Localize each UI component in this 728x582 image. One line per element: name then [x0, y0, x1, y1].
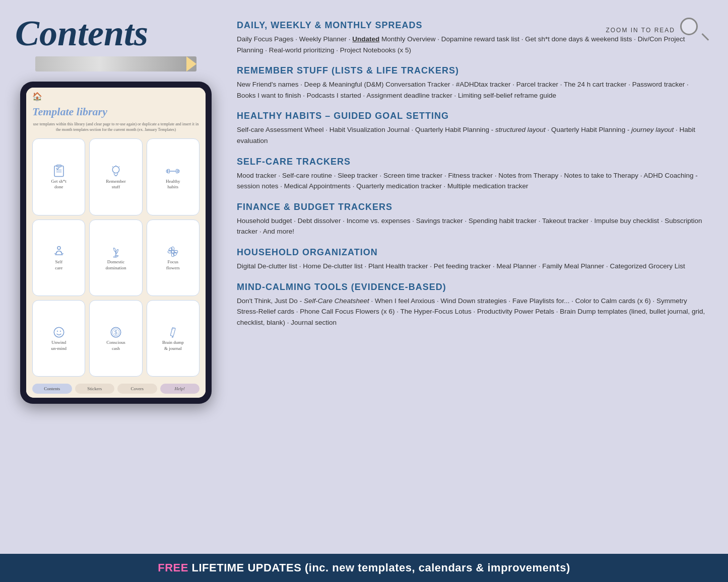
- cell-label-focus-flowers: Focusflowers: [166, 259, 180, 271]
- section-self-care: SELF-CARE TRACKERS Mood tracker · Self-c…: [237, 157, 705, 192]
- barbell-icon: [165, 164, 180, 179]
- svg-line-8: [112, 166, 113, 167]
- tablet-grid: Get sh*tdone Rememberstuff: [26, 135, 206, 380]
- pencil-icon: [165, 325, 180, 340]
- svg-point-24: [57, 331, 58, 332]
- coin-icon: $: [108, 325, 123, 340]
- grid-cell-brain-dump[interactable]: Brain dump& journal: [147, 300, 200, 377]
- face-smile-icon: [51, 325, 67, 340]
- grid-cell-unwind[interactable]: Unwindun-mind: [32, 300, 85, 377]
- section-finance: FINANCE & BUDGET TRACKERS Household budg…: [237, 202, 705, 237]
- grid-cell-remember-stuff[interactable]: Rememberstuff: [89, 138, 142, 215]
- cell-label-brain-dump: Brain dump& journal: [162, 340, 184, 351]
- zoom-hint-text: ZOOM IN TO READ: [606, 27, 675, 34]
- section-title-household: HOUSEHOLD ORGANIZATION: [237, 247, 705, 258]
- nav-help[interactable]: Help!: [160, 384, 200, 394]
- nav-covers[interactable]: Covers: [117, 384, 157, 394]
- section-household: HOUSEHOLD ORGANIZATION Digital De-clutte…: [237, 247, 705, 272]
- template-library-title: Template library: [26, 103, 206, 120]
- svg-point-23: [54, 327, 64, 337]
- grid-cell-get-shit-done[interactable]: Get sh*tdone: [32, 138, 85, 215]
- svg-point-4: [112, 166, 119, 173]
- section-body-finance: Household budget · Debt dissolver · Inco…: [237, 215, 705, 237]
- bottom-banner: FREE LIFETIME UPDATES (inc. new template…: [0, 554, 728, 582]
- section-body-healthy-habits: Self-care Assessment Wheel · Habit Visua…: [237, 124, 705, 146]
- banner-text: FREE LIFETIME UPDATES (inc. new template…: [158, 561, 570, 574]
- section-remember: REMEMBER STUFF (LISTS & LIFE TRACKERS) N…: [237, 65, 705, 101]
- nav-stickers[interactable]: Stickers: [75, 384, 115, 394]
- clipboard-icon: [51, 164, 67, 179]
- magnifier-glass: [680, 18, 698, 35]
- banner-rest-text: LIFETIME UPDATES (inc. new templates, ca…: [188, 561, 570, 574]
- home-icon: 🏠: [32, 92, 42, 101]
- svg-point-25: [60, 331, 61, 332]
- grid-cell-domestic[interactable]: Domesticdomination: [89, 220, 142, 296]
- svg-line-7: [119, 166, 119, 167]
- svg-point-14: [57, 246, 60, 249]
- cell-label-conscious-cash: Consciouscash: [106, 340, 125, 351]
- magnifier-handle: [701, 33, 709, 41]
- section-healthy-habits: HEALTHY HABITS – GUIDED GOAL SETTING Sel…: [237, 111, 705, 146]
- tablet-screen: 🏠 Template library use templates within …: [26, 88, 206, 398]
- pencil-decoration: [35, 56, 196, 71]
- left-panel: Contents 🏠 Template library use template…: [0, 0, 212, 554]
- tablet: 🏠 Template library use templates within …: [20, 82, 212, 404]
- svg-text:$: $: [114, 329, 117, 335]
- cell-label-get-shit-done: Get sh*tdone: [51, 179, 67, 190]
- cell-label-healthy-habits: Healthyhabits: [166, 179, 180, 190]
- section-title-self-care: SELF-CARE TRACKERS: [237, 157, 705, 167]
- section-title-remember: REMEMBER STUFF (LISTS & LIFE TRACKERS): [237, 65, 705, 76]
- cell-label-remember-stuff: Rememberstuff: [106, 179, 126, 190]
- meditation-icon: [51, 244, 67, 259]
- svg-rect-13: [178, 170, 179, 173]
- tablet-subtitle: use templates within this library (and c…: [26, 120, 206, 135]
- grid-cell-focus-flowers[interactable]: Focusflowers: [147, 220, 200, 296]
- section-body-remember: New Friend's names · Deep & Meaningful (…: [237, 79, 705, 101]
- grid-cell-self-care[interactable]: Selfcare: [32, 220, 85, 296]
- svg-point-22: [173, 252, 177, 256]
- section-title-finance: FINANCE & BUDGET TRACKERS: [237, 202, 705, 212]
- zoom-hint: ZOOM IN TO READ: [606, 18, 705, 43]
- right-panel: ZOOM IN TO READ DAILY, WEEKLY & MONTHLY …: [222, 10, 720, 348]
- tablet-nav: Contents Stickers Covers Help!: [26, 380, 206, 398]
- section-title-mind-calming: MIND-CALMING TOOLS (EVIDENCE-BASED): [237, 282, 705, 293]
- grid-cell-healthy-habits[interactable]: Healthyhabits: [147, 138, 200, 215]
- svg-rect-12: [167, 170, 168, 173]
- section-body-self-care: Mood tracker · Self-care routine · Sleep…: [237, 170, 705, 192]
- svg-point-21: [168, 247, 173, 252]
- lightbulb-icon: [108, 164, 123, 179]
- plant-icon: [108, 244, 123, 259]
- flower-icon: [165, 244, 180, 259]
- banner-free-text: FREE: [158, 561, 188, 574]
- cell-label-domestic: Domesticdomination: [105, 259, 126, 271]
- contents-title: Contents: [15, 15, 148, 51]
- magnifier-icon: [680, 18, 705, 43]
- cell-label-self-care: Selfcare: [55, 259, 62, 271]
- cell-label-unwind: Unwindun-mind: [51, 340, 67, 351]
- grid-cell-conscious-cash[interactable]: $ Consciouscash: [89, 300, 142, 377]
- section-mind-calming: MIND-CALMING TOOLS (EVIDENCE-BASED) Don'…: [237, 282, 705, 328]
- section-body-household: Digital De-clutter list · Home De-clutte…: [237, 261, 705, 272]
- nav-contents[interactable]: Contents: [32, 384, 72, 394]
- section-title-healthy-habits: HEALTHY HABITS – GUIDED GOAL SETTING: [237, 111, 705, 121]
- svg-line-30: [171, 329, 174, 330]
- section-body-mind-calming: Don't Think, Just Do - Self-Care Cheatsh…: [237, 296, 705, 328]
- tablet-header: 🏠: [26, 88, 206, 103]
